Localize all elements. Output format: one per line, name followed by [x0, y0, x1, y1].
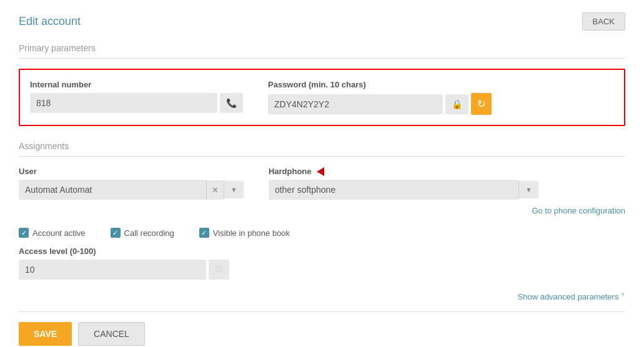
password-label: Password (min. 10 chars)	[268, 80, 492, 89]
user-label: User	[19, 167, 37, 176]
access-level-input[interactable]	[19, 260, 206, 280]
hardphone-label-row: Hardphone	[269, 167, 538, 176]
call-recording-label: Call recording	[124, 228, 174, 238]
internal-number-input[interactable]	[30, 93, 217, 113]
clear-icon: ✕	[212, 185, 219, 195]
access-level-row: ♡	[19, 260, 625, 280]
access-level-section: Access level (0-100) ♡	[19, 247, 625, 280]
bottom-divider	[19, 311, 625, 312]
account-active-label: Account active	[32, 228, 86, 238]
internal-number-group: Internal number 📞	[30, 80, 243, 115]
refresh-icon: ↻	[477, 98, 485, 110]
chevron-down-icon: ▼	[230, 186, 237, 193]
password-input[interactable]	[268, 94, 443, 114]
user-clear-button[interactable]: ✕	[206, 180, 224, 200]
password-group: Password (min. 10 chars) 🔒 ↻	[268, 80, 492, 115]
save-button[interactable]: SAVE	[19, 322, 72, 346]
heart-icon: ♡	[215, 265, 223, 275]
hardphone-label: Hardphone	[269, 167, 312, 176]
internal-number-row: 📞	[30, 93, 243, 113]
primary-divider	[19, 58, 625, 59]
visible-phone-book-check-icon: ✓	[199, 228, 209, 238]
hardphone-select-row: ▼	[269, 180, 538, 200]
phone-icon: 📞	[226, 98, 237, 108]
user-select-row: ✕ ▼	[19, 180, 244, 200]
assignments-title: Assignments	[19, 141, 625, 151]
show-advanced-link[interactable]: Show advanced parameters ˅	[19, 292, 625, 301]
user-dropdown-button[interactable]: ▼	[224, 181, 244, 198]
visible-phone-book-label: Visible in phone book	[213, 228, 290, 238]
cancel-button[interactable]: CANCEL	[78, 322, 145, 346]
lock-icon-button[interactable]: 🔒	[445, 94, 468, 114]
chevron-down-icon: ▼	[525, 186, 532, 193]
internal-number-label: Internal number	[30, 80, 243, 89]
call-recording-checkbox[interactable]: ✓ Call recording	[111, 228, 174, 238]
refresh-icon-button[interactable]: ↻	[471, 93, 492, 115]
page-title: Edit account	[19, 15, 81, 28]
back-button[interactable]: BACK	[582, 12, 625, 31]
primary-params-title: Primary parameters	[19, 43, 625, 53]
go-to-phone-link[interactable]: Go to phone configuration	[19, 206, 625, 215]
account-active-checkbox[interactable]: ✓ Account active	[19, 228, 86, 238]
checkboxes-row: ✓ Account active ✓ Call recording ✓ Visi…	[19, 228, 625, 238]
assignments-row: User ✕ ▼ Hardphone	[19, 167, 625, 200]
user-input[interactable]	[19, 180, 206, 200]
account-active-check-icon: ✓	[19, 228, 29, 238]
hardphone-dropdown-button[interactable]: ▼	[518, 181, 538, 198]
access-level-label: Access level (0-100)	[19, 247, 625, 256]
user-group: User ✕ ▼	[19, 167, 244, 200]
primary-params-box: Internal number 📞 Password (min. 10 char…	[19, 69, 625, 126]
phone-icon-button[interactable]: 📞	[220, 93, 243, 113]
lock-icon: 🔒	[452, 99, 462, 109]
user-label-row: User	[19, 167, 244, 176]
hardphone-group: Hardphone ▼	[269, 167, 538, 200]
action-buttons-row: SAVE CANCEL	[19, 322, 625, 346]
assignments-section: Assignments User ✕ ▼	[19, 141, 625, 215]
heart-button[interactable]: ♡	[209, 260, 229, 280]
password-row: 🔒 ↻	[268, 93, 492, 115]
arrow-left-icon	[317, 167, 324, 176]
hardphone-input[interactable]	[269, 180, 518, 200]
call-recording-check-icon: ✓	[111, 228, 121, 238]
assignments-divider	[19, 156, 625, 157]
visible-phone-book-checkbox[interactable]: ✓ Visible in phone book	[199, 228, 290, 238]
